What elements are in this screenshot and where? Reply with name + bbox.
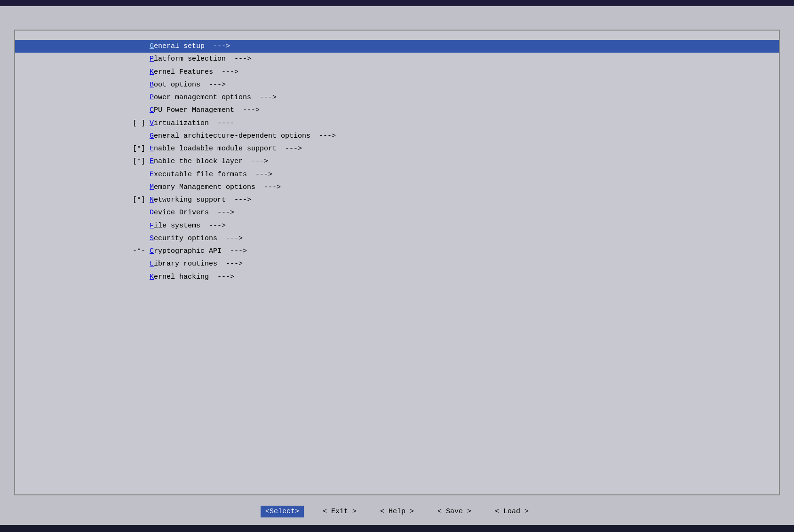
menu-item[interactable]: Platform selection ---> [15,53,779,65]
menu-item[interactable]: Kernel hacking ---> [15,271,779,283]
bottom-button-exit[interactable]: < Exit > [318,506,361,517]
hotkey-letter: M [150,183,154,191]
menu-item[interactable]: Device Drivers ---> [15,206,779,219]
hotkey-letter: E [150,157,154,165]
bottom-button-select[interactable]: <Select> [261,506,304,517]
bottom-button-load[interactable]: < Load > [490,506,533,517]
hotkey-letter: E [150,145,154,153]
hotkey-letter: G [150,132,154,140]
menu-item[interactable]: [*] Enable the block layer ---> [15,155,779,168]
hotkey-letter: P [150,55,154,63]
hotkey-letter: G [150,42,154,50]
hotkey-letter: F [150,222,154,230]
menu-panel: General setup ---> Platform selection --… [14,30,780,495]
menu-item[interactable]: Kernel Features ---> [15,66,779,78]
hotkey-letter: V [150,119,154,127]
menu-item[interactable]: Library routines ---> [15,258,779,270]
menu-item[interactable]: [*] Networking support ---> [15,194,779,206]
bottom-button-save[interactable]: < Save > [433,506,476,517]
hotkey-letter: E [150,171,154,179]
menu-item[interactable]: [*] Enable loadable module support ---> [15,142,779,155]
hotkey-letter: N [150,196,154,204]
bottom-button-help[interactable]: < Help > [375,506,419,517]
help-text [0,14,794,25]
menu-item[interactable]: [ ] Virtualization ---- [15,117,779,130]
hotkey-letter: K [150,273,154,281]
menu-item[interactable]: Executable file formats ---> [15,168,779,181]
menu-item[interactable]: General setup ---> [15,40,779,53]
hotkey-letter: K [150,68,154,76]
menu-item[interactable]: Security options ---> [15,232,779,245]
menu-item[interactable]: Power management options ---> [15,91,779,104]
menu-item[interactable]: -*- Cryptographic API ---> [15,245,779,258]
header-title [0,6,794,14]
menu-item[interactable]: File systems ---> [15,219,779,232]
hotkey-letter: S [150,235,154,243]
hotkey-letter: D [150,209,154,217]
hotkey-letter: C [150,106,154,114]
hotkey-letter: B [150,81,154,89]
hotkey-letter: P [150,94,154,102]
menu-item[interactable]: General architecture-dependent options -… [15,130,779,142]
menu-item[interactable]: CPU Power Management ---> [15,104,779,117]
title-bar [0,0,794,6]
bottom-bar: <Select>< Exit >< Help >< Save >< Load > [0,500,794,525]
hotkey-letter: C [150,247,154,255]
menu-item[interactable]: Boot options ---> [15,78,779,91]
main-container: General setup ---> Platform selection --… [0,6,794,525]
hotkey-letter: L [150,260,154,268]
menu-item[interactable]: Memory Management options ---> [15,181,779,194]
